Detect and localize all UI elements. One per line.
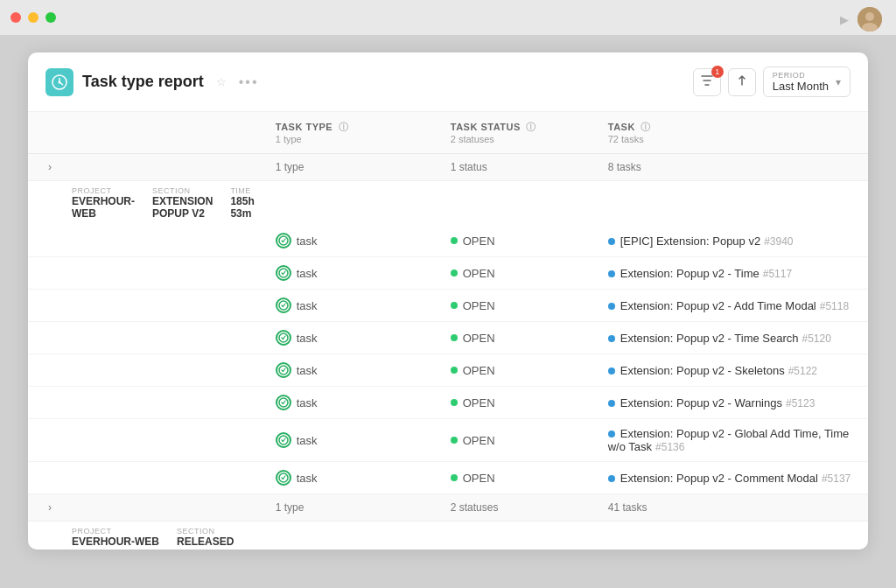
traffic-light-yellow[interactable] — [28, 12, 38, 23]
group2-info-expand — [28, 522, 72, 550]
group1-row-2-task-name: Extension: Popup v2 - Add Time Modal — [620, 299, 816, 312]
avatar[interactable] — [858, 7, 882, 32]
group1-row-1: taskOPENExtension: Popup v2 - Time#5117 — [28, 257, 868, 290]
group1-row-5-task-name: Extension: Popup v2 - Warnings — [620, 396, 782, 410]
group1-row-4-status: OPEN — [440, 354, 598, 387]
status-dot — [451, 334, 458, 341]
th-task-status: TASK STATUS ⓘ 2 statuses — [440, 112, 598, 154]
group1-row-5-type-text: task — [297, 396, 318, 410]
task-dot-icon — [608, 368, 615, 374]
group2-info-cell: PROJECT EVERHOUR-WEB SECTION RELEASED — [72, 522, 265, 550]
period-select[interactable]: PERIOD Last Month ▾ — [763, 66, 850, 97]
status-dot — [451, 437, 458, 444]
group1-row-0-task-id: #3940 — [764, 235, 793, 248]
group1-row-0-status-text: OPEN — [463, 234, 495, 248]
group2-type-count: 1 type — [265, 494, 440, 522]
group1-row-3-type: task — [265, 322, 440, 354]
group1-row-6: taskOPENExtension: Popup v2 - Global Add… — [28, 419, 868, 462]
group1-info-type — [265, 181, 440, 226]
period-value: Last Month — [773, 80, 829, 93]
group1-row-6-status: OPEN — [440, 419, 598, 462]
group1-status-count: 1 status — [440, 154, 598, 181]
group2-info-task — [598, 522, 868, 550]
group1-row-2-expand — [28, 290, 72, 322]
group1-row-4-type: task — [265, 354, 440, 387]
group1-row-3-status-text: OPEN — [463, 332, 495, 345]
group1-row-0-task-name: [EPIC] Extension: Popup v2 — [620, 234, 760, 248]
group1-row-1-status: OPEN — [440, 257, 598, 290]
app-content: Task type report ☆ ••• 1 — [0, 35, 896, 588]
filter-badge: 1 — [711, 66, 724, 78]
report-table: TASK TYPE ⓘ 1 type TASK STATUS ⓘ 2 statu… — [28, 112, 868, 550]
star-icon[interactable]: ☆ — [216, 75, 227, 88]
task-dot-icon — [608, 303, 615, 310]
group1-row-6-status-text: OPEN — [463, 434, 495, 447]
more-options-icon[interactable]: ••• — [239, 74, 259, 90]
svg-point-6 — [59, 80, 61, 83]
project-value: EVERHOUR-WEB — [72, 195, 135, 220]
report-icon — [46, 68, 74, 96]
group1-row-3-task-id: #5120 — [802, 332, 831, 345]
group1-row-5-task: Extension: Popup v2 - Warnings#5123 — [598, 387, 868, 419]
group1-row-0-task: [EPIC] Extension: Popup v2#3940 — [598, 225, 868, 257]
task-dot-icon — [608, 238, 615, 245]
group2-info-status — [440, 522, 598, 550]
group1-row-6-left — [72, 419, 265, 462]
group1-row-2-status-text: OPEN — [463, 299, 495, 312]
group1-row-3-task: Extension: Popup v2 - Time Search#5120 — [598, 322, 868, 354]
group1-info-status — [440, 181, 598, 226]
group2-info-type — [265, 522, 440, 550]
group1-row-6-type: task — [265, 419, 440, 462]
time-value: 185h 53m — [230, 195, 254, 220]
group2-left — [72, 494, 265, 522]
sort-icon — [736, 74, 748, 89]
group1-row-5-status-text: OPEN — [463, 396, 495, 410]
group1-row-3: taskOPENExtension: Popup v2 - Time Searc… — [28, 322, 868, 354]
table-container: TASK TYPE ⓘ 1 type TASK STATUS ⓘ 2 statu… — [28, 112, 868, 550]
status-dot — [451, 237, 458, 244]
group1-row-4-task: Extension: Popup v2 - Skeletons#5122 — [598, 354, 868, 387]
titlebar — [0, 0, 896, 35]
th-task: TASK ⓘ 72 tasks — [598, 112, 868, 154]
task-dot-icon — [608, 400, 615, 407]
traffic-light-green[interactable] — [46, 12, 56, 23]
th-task-type: TASK TYPE ⓘ 1 type — [265, 112, 440, 154]
group1-row-5-type: task — [265, 387, 440, 419]
group2-status-count: 2 statuses — [440, 494, 598, 522]
group1-row-6-task-id: #5136 — [655, 441, 684, 453]
period-label: PERIOD — [773, 71, 829, 80]
group1-row-1-type: task — [265, 257, 440, 290]
group1-row-5-expand — [28, 387, 72, 419]
status-dot — [451, 367, 458, 374]
sort-button[interactable] — [728, 68, 756, 96]
group1-row-5-status: OPEN — [440, 387, 598, 419]
group1-row-5-left — [72, 387, 265, 419]
group1-row-2: taskOPENExtension: Popup v2 - Add Time M… — [28, 290, 868, 322]
group1-summary-row: › 1 type 1 status 8 tasks — [28, 154, 868, 181]
group1-row-2-status: OPEN — [440, 290, 598, 322]
group1-expand[interactable]: › — [28, 154, 72, 181]
group1-info-task — [598, 181, 868, 226]
group1-row-7: taskOPENExtension: Popup v2 - Comment Mo… — [28, 462, 868, 494]
group2-expand[interactable]: › — [28, 494, 72, 522]
group1-row-3-expand — [28, 322, 72, 354]
group1-task-count: 8 tasks — [598, 154, 868, 181]
group1-row-6-type-text: task — [297, 434, 318, 447]
task-dot-icon — [608, 335, 615, 342]
group1-row-3-type-text: task — [297, 332, 318, 345]
filter-button[interactable]: 1 — [693, 68, 721, 96]
header-actions: 1 PERIOD Last Month ▾ — [693, 66, 850, 97]
group1-row-0-expand — [28, 225, 72, 257]
group1-row-1-expand — [28, 257, 72, 290]
traffic-light-red[interactable] — [10, 12, 21, 23]
group1-info-expand — [28, 181, 72, 226]
group1-row-3-left — [72, 322, 265, 354]
th-left-info — [72, 112, 265, 154]
filter-icon — [701, 74, 713, 89]
group1-row-4-task-id: #5122 — [788, 365, 817, 377]
play-icon[interactable]: ▶ — [840, 13, 849, 26]
group1-row-2-type-text: task — [297, 299, 318, 312]
group1-row-7-expand — [28, 462, 72, 494]
report-title: Task type report — [82, 73, 204, 91]
group1-row-0-left — [72, 225, 265, 257]
